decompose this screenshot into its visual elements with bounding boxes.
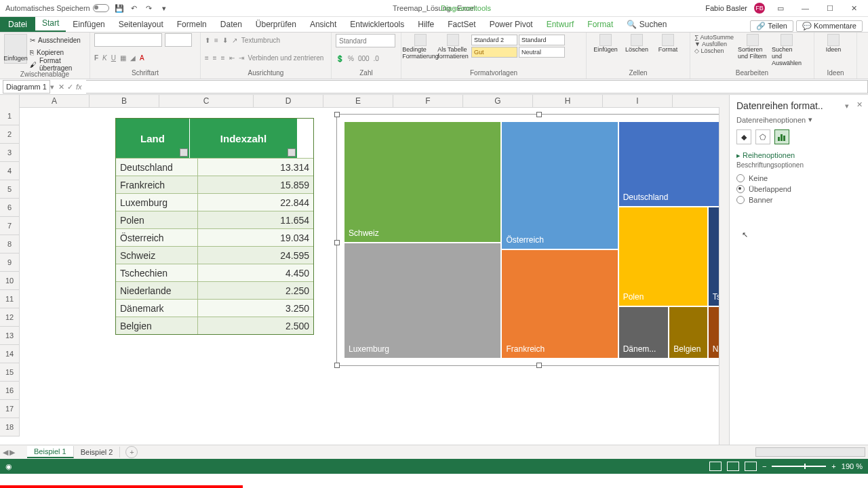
cell-land[interactable]: Luxemburg	[116, 193, 198, 211]
row-header[interactable]: 8	[0, 235, 19, 253]
redo-icon[interactable]: ↷	[144, 3, 154, 13]
col-header[interactable]: H	[533, 95, 603, 107]
table-row[interactable]: Frankreich15.859	[116, 176, 313, 193]
col-header[interactable]: A	[20, 95, 90, 107]
currency-icon[interactable]: 💲	[336, 55, 344, 62]
zoom-level[interactable]: 190 %	[842, 462, 863, 470]
wrap-text-button[interactable]: Textumbruch	[241, 37, 280, 44]
indent-dec-icon[interactable]: ⇤	[229, 54, 235, 62]
sheet-tab-2[interactable]: Beispiel 2	[74, 447, 121, 458]
col-header[interactable]: I	[603, 95, 673, 107]
tab-einfuegen[interactable]: Einfügen	[66, 17, 111, 32]
merge-button[interactable]: Verbinden und zentrieren	[248, 54, 324, 62]
fill-color-button[interactable]: ◢	[130, 54, 136, 62]
format-cells-button[interactable]: Format	[653, 34, 683, 53]
sheet-next-icon[interactable]: ▶	[9, 448, 15, 457]
cell-indexzahl[interactable]: 13.314	[198, 158, 313, 176]
indent-inc-icon[interactable]: ⇥	[239, 54, 244, 62]
tab-daten[interactable]: Daten	[214, 17, 249, 32]
zoom-in-icon[interactable]: +	[831, 462, 835, 470]
ideas-button[interactable]: Ideen	[818, 34, 848, 53]
tab-entwurf[interactable]: Entwurf	[540, 17, 581, 32]
cut-button[interactable]: ✂ Ausschneiden	[30, 34, 85, 46]
tab-powerpivot[interactable]: Power Pivot	[483, 17, 540, 32]
row-header[interactable]: 11	[0, 290, 19, 308]
table-row[interactable]: Schweiz24.595	[116, 246, 313, 264]
row-header[interactable]: 12	[0, 308, 19, 327]
filter-icon[interactable]	[288, 148, 296, 157]
cell-indexzahl[interactable]: 11.654	[198, 211, 313, 228]
underline-button[interactable]: U	[111, 54, 116, 62]
cell-land[interactable]: Belgien	[116, 317, 198, 334]
radio-banner[interactable]: Banner	[736, 196, 861, 204]
vertical-scrollbar[interactable]	[719, 107, 729, 445]
table-row[interactable]: Belgien2.500	[116, 317, 313, 334]
file-tab[interactable]: Datei	[0, 17, 35, 32]
row-header[interactable]: 3	[0, 144, 19, 162]
tab-ueberpruefen[interactable]: Überprüfen	[249, 17, 303, 32]
tile-luxemburg[interactable]: Luxemburg	[344, 243, 501, 359]
cellstyle[interactable]: Gut	[471, 47, 517, 58]
tile-daenemark[interactable]: Dänem...	[618, 306, 669, 359]
col-header[interactable]: B	[90, 95, 159, 107]
series-options-tab-icon[interactable]	[774, 129, 789, 144]
select-all-corner[interactable]	[0, 95, 20, 107]
row-header[interactable]: 14	[0, 345, 19, 363]
tile-belgien[interactable]: Belgien	[669, 306, 707, 359]
cell-land[interactable]: Frankreich	[116, 176, 198, 193]
page-break-view-icon[interactable]	[745, 462, 757, 471]
qat-customize-icon[interactable]: ▾	[159, 3, 169, 13]
cell-indexzahl[interactable]: 2.250	[198, 281, 313, 299]
row-header[interactable]: 15	[0, 363, 19, 382]
cell-land[interactable]: Niederlande	[116, 281, 198, 299]
cell-indexzahl[interactable]: 19.034	[198, 228, 313, 246]
tile-schweiz[interactable]: Schweiz	[344, 121, 501, 243]
row-header[interactable]: 13	[0, 327, 19, 345]
share-button[interactable]: 🔗 Teilen	[750, 20, 793, 32]
conditional-fmt-button[interactable]: Bedingte Formatierung	[406, 34, 435, 60]
col-header[interactable]: E	[323, 95, 393, 107]
cell-land[interactable]: Tschechien	[116, 264, 198, 281]
row-header[interactable]: 9	[0, 253, 19, 272]
tile-oesterreich[interactable]: Österreich	[501, 121, 618, 249]
row-header[interactable]: 18	[0, 418, 19, 436]
cell-indexzahl[interactable]: 4.450	[198, 264, 313, 281]
maximize-icon[interactable]: ☐	[821, 3, 839, 14]
row-header[interactable]: 10	[0, 272, 19, 290]
record-macro-icon[interactable]: ◉	[5, 462, 12, 471]
treemap-chart[interactable]: Schweiz Luxemburg Österreich Frankreich …	[336, 114, 729, 366]
row-header[interactable]: 17	[0, 400, 19, 418]
clear-button[interactable]: ◇ Löschen	[694, 47, 734, 54]
format-painter-button[interactable]: 🖌 Format übertragen	[30, 58, 85, 70]
save-icon[interactable]: 💾	[115, 3, 124, 13]
align-mid-icon[interactable]: ≡	[214, 37, 218, 44]
find-select-button[interactable]: Suchen und Auswählen	[772, 34, 802, 66]
comments-button[interactable]: 💬 Kommentare	[796, 20, 863, 32]
number-format-combo[interactable]: Standard	[336, 34, 395, 47]
table-row[interactable]: Tschechien4.450	[116, 264, 313, 281]
percent-icon[interactable]: %	[348, 55, 354, 62]
row-header[interactable]: 5	[0, 180, 19, 199]
page-layout-view-icon[interactable]	[727, 462, 739, 471]
ribbon-mode-icon[interactable]: ▭	[772, 3, 789, 14]
radio-ueberlappend[interactable]: Überlappend	[736, 185, 861, 193]
tile-frankreich[interactable]: Frankreich	[501, 249, 618, 359]
fx-icon[interactable]: fx	[76, 83, 82, 92]
cellstyle[interactable]: Standard	[519, 35, 565, 45]
table-row[interactable]: Polen11.654	[116, 211, 313, 228]
row-header[interactable]: 1	[0, 107, 19, 125]
minimize-icon[interactable]: —	[796, 3, 814, 14]
col-header[interactable]: D	[254, 95, 323, 107]
col-header[interactable]: G	[463, 95, 533, 107]
undo-icon[interactable]: ↶	[130, 3, 139, 13]
align-bot-icon[interactable]: ⬇	[222, 37, 228, 44]
pane-dropdown-icon[interactable]: ▾	[845, 102, 849, 110]
align-left-icon[interactable]: ≡	[205, 54, 209, 62]
italic-button[interactable]: K	[102, 54, 107, 62]
effects-tab-icon[interactable]: ⬠	[755, 129, 770, 144]
col-header[interactable]: F	[393, 95, 463, 107]
filter-icon[interactable]	[180, 148, 188, 157]
tab-entwicklertools[interactable]: Entwicklertools	[343, 17, 411, 32]
zoom-out-icon[interactable]: −	[762, 462, 766, 470]
cellstyle[interactable]: Neutral	[519, 47, 565, 58]
